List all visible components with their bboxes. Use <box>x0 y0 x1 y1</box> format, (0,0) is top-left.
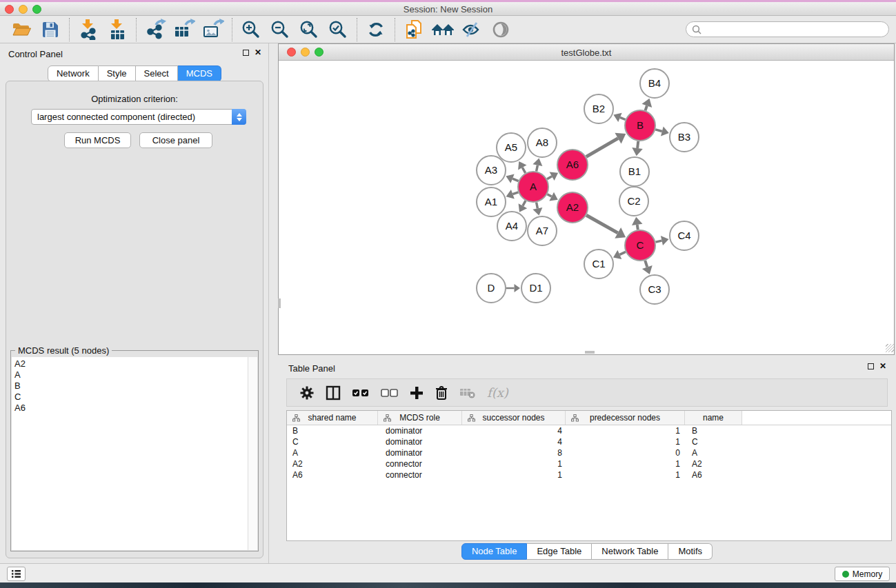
close-panel-icon[interactable]: ✕ <box>255 49 261 56</box>
export-table-icon[interactable] <box>170 18 199 41</box>
split-handle-vertical[interactable] <box>278 298 281 308</box>
split-handle-horizontal[interactable] <box>585 351 595 354</box>
table-cell[interactable]: 4 <box>462 426 566 436</box>
table-cell[interactable]: dominator <box>378 437 462 447</box>
list-item[interactable]: C <box>14 392 248 403</box>
node-table-header: shared nameMCDS rolesuccessor nodesprede… <box>287 411 891 425</box>
table-cell[interactable]: 1 <box>462 459 566 469</box>
table-cell[interactable]: A <box>685 448 742 458</box>
table-cell[interactable]: 1 <box>566 426 685 436</box>
task-history-button[interactable] <box>7 567 26 581</box>
home-layout-icon[interactable] <box>428 18 457 41</box>
table-cell[interactable]: A6 <box>685 470 742 480</box>
clone-network-icon[interactable] <box>399 18 428 41</box>
result-scrollbar[interactable] <box>248 357 257 550</box>
edge-A6-B <box>586 139 618 157</box>
tab-motifs[interactable]: Motifs <box>668 543 713 560</box>
table-cell[interactable]: dominator <box>378 448 462 458</box>
table-cell[interactable]: 8 <box>462 448 566 458</box>
zoom-fit-icon[interactable] <box>295 18 323 41</box>
save-session-icon[interactable] <box>36 18 65 41</box>
table-panel-tabs: Node TableEdge TableNetwork TableMotifs <box>461 543 713 560</box>
delete-icon[interactable] <box>435 385 448 401</box>
zoom-out-icon[interactable] <box>266 18 295 41</box>
select-all-icon[interactable] <box>352 388 370 398</box>
tab-edge-table[interactable]: Edge Table <box>527 543 592 560</box>
arrowhead-icon <box>632 148 643 156</box>
gear-icon[interactable] <box>299 385 315 401</box>
deselect-all-icon[interactable] <box>381 388 399 398</box>
list-item[interactable]: A2 <box>14 358 248 369</box>
tab-select[interactable]: Select <box>136 65 178 82</box>
table-cell[interactable]: dominator <box>378 426 462 436</box>
app-title: Session: New Session <box>0 4 896 14</box>
table-cell[interactable]: connector <box>378 459 462 469</box>
column-header-predecessor-nodes[interactable]: predecessor nodes <box>566 411 685 425</box>
import-table-icon[interactable] <box>103 18 132 41</box>
edge-A-A5 <box>522 168 525 173</box>
optimization-criterion-dropdown[interactable]: largest connected component (directed) <box>31 109 246 125</box>
table-cell[interactable]: B <box>685 426 742 436</box>
columns-icon[interactable] <box>326 385 341 401</box>
tab-mcds[interactable]: MCDS <box>178 65 221 82</box>
network-window-titlebar[interactable]: testGlobe.txt <box>279 44 894 61</box>
node-table-body: Bdominator41BCdominator41CAdominator80AA… <box>287 425 891 480</box>
table-row[interactable]: A2connector11A2 <box>287 458 891 469</box>
node-label-B2: B2 <box>593 103 605 114</box>
edge-A-A8 <box>537 165 538 172</box>
table-cell[interactable]: 1 <box>566 470 685 480</box>
list-item[interactable]: A <box>14 369 248 381</box>
table-cell[interactable]: 4 <box>462 437 566 447</box>
float-table-panel-icon[interactable] <box>868 363 874 369</box>
open-session-icon[interactable] <box>7 18 36 41</box>
show-graphics-icon[interactable] <box>486 18 515 41</box>
refresh-icon[interactable] <box>361 18 390 41</box>
table-cell[interactable]: 1 <box>566 437 685 447</box>
network-graph[interactable]: AA1A2A3A4A5A6A7A8BB1B2B3B4CC1C2C3C4DD1 <box>279 61 894 352</box>
float-panel-icon[interactable] <box>243 50 249 56</box>
search-input[interactable] <box>701 24 888 34</box>
tab-network[interactable]: Network <box>48 65 99 82</box>
table-cell[interactable]: 1 <box>566 459 685 469</box>
table-cell[interactable]: connector <box>378 470 462 480</box>
table-row[interactable]: Bdominator41B <box>287 425 891 436</box>
mcds-result-list[interactable]: A2ABCA6 <box>12 357 248 550</box>
export-image-icon[interactable] <box>199 18 228 41</box>
tab-network-table[interactable]: Network Table <box>592 543 668 560</box>
edge-B-B2 <box>620 117 626 119</box>
add-column-icon[interactable] <box>410 386 424 400</box>
node-label-A: A <box>530 181 537 192</box>
network-canvas[interactable]: AA1A2A3A4A5A6A7A8BB1B2B3B4CC1C2C3C4DD1 <box>279 61 894 352</box>
list-item[interactable]: A6 <box>14 403 248 414</box>
table-row[interactable]: Cdominator41C <box>287 436 891 447</box>
table-cell[interactable]: 0 <box>566 448 685 458</box>
zoom-selected-icon[interactable] <box>323 18 352 41</box>
close-table-panel-icon[interactable]: ✕ <box>879 363 886 369</box>
list-item[interactable]: B <box>14 381 248 392</box>
memory-button[interactable]: Memory <box>835 567 890 581</box>
node-label-B4: B4 <box>648 77 661 89</box>
table-cell[interactable]: A2 <box>287 459 378 469</box>
table-row[interactable]: Adominator80A <box>287 447 891 458</box>
close-panel-button[interactable]: Close panel <box>139 132 212 148</box>
table-cell[interactable]: C <box>287 437 378 447</box>
import-network-icon[interactable] <box>74 18 103 41</box>
run-mcds-button[interactable]: Run MCDS <box>64 132 131 148</box>
column-header-MCDS-role[interactable]: MCDS role <box>378 411 462 425</box>
table-cell[interactable]: A2 <box>685 459 742 469</box>
table-row[interactable]: A6connector11A6 <box>287 469 891 480</box>
column-header-name[interactable]: name <box>685 411 742 425</box>
tab-style[interactable]: Style <box>99 65 136 82</box>
export-network-icon[interactable] <box>141 18 170 41</box>
column-header-successor-nodes[interactable]: successor nodes <box>462 411 566 425</box>
table-cell[interactable]: B <box>287 426 378 436</box>
table-cell[interactable]: 1 <box>462 470 566 480</box>
column-header-shared-name[interactable]: shared name <box>287 411 378 425</box>
tab-node-table[interactable]: Node Table <box>461 543 528 560</box>
zoom-in-icon[interactable] <box>237 18 266 41</box>
table-cell[interactable]: C <box>685 437 742 447</box>
table-cell[interactable]: A6 <box>287 470 378 480</box>
hide-labels-icon[interactable] <box>457 18 486 41</box>
table-cell[interactable]: A <box>287 448 378 458</box>
resize-grip-icon[interactable] <box>886 344 894 352</box>
